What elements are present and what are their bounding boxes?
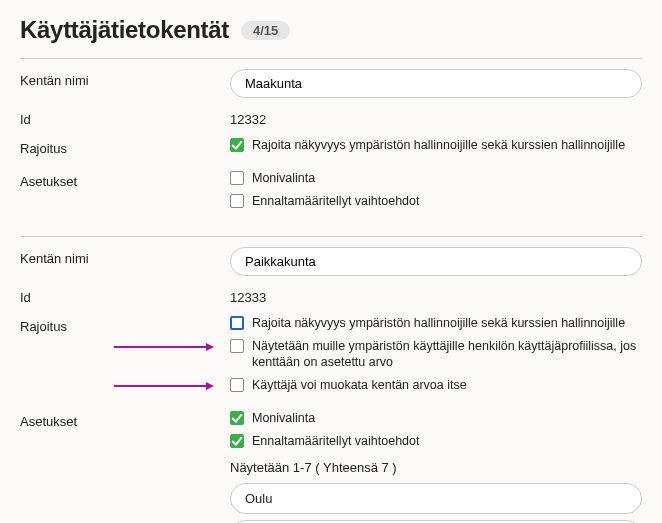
checkbox-multiselect[interactable] — [230, 411, 244, 425]
checkbox-user-can-edit[interactable] — [230, 378, 244, 392]
checkbox-predefined-label[interactable]: Ennaltamääritellyt vaihtoehdot — [252, 193, 419, 210]
checkbox-restrict-visibility[interactable] — [230, 138, 244, 152]
checkbox-restrict-visibility-label[interactable]: Rajoita näkyvyys ympäristön hallinnoijil… — [252, 315, 625, 332]
counter-badge: 4/15 — [241, 21, 290, 40]
field-name-input[interactable] — [230, 69, 642, 98]
annotation-arrow-icon — [114, 382, 214, 390]
checkbox-predefined[interactable] — [230, 194, 244, 208]
option-item[interactable]: Oulu — [230, 483, 642, 514]
label-restriction: Rajoitus — [20, 315, 230, 334]
label-settings: Asetukset — [20, 410, 230, 429]
label-field-name: Kentän nimi — [20, 247, 230, 266]
checkbox-restrict-visibility[interactable] — [230, 316, 244, 330]
checkbox-multiselect[interactable] — [230, 171, 244, 185]
label-id: Id — [20, 108, 230, 127]
checkbox-show-others[interactable] — [230, 339, 244, 353]
annotation-arrow-icon — [114, 343, 214, 351]
page-title: Käyttäjätietokentät — [20, 16, 229, 44]
field-block: Kentän nimi Id 12333 Rajoitus Rajoita nä… — [20, 236, 642, 523]
checkbox-restrict-visibility-label[interactable]: Rajoita näkyvyys ympäristön hallinnoijil… — [252, 137, 625, 154]
options-summary: Näytetään 1-7 ( Yhteensä 7 ) — [230, 460, 642, 475]
label-settings: Asetukset — [20, 170, 230, 189]
field-id-value: 12332 — [230, 108, 642, 127]
checkbox-user-can-edit-label[interactable]: Käyttäjä voi muokata kentän arvoa itse — [252, 377, 467, 394]
field-block: Kentän nimi Id 12332 Rajoitus Rajoita nä… — [20, 58, 642, 236]
svg-marker-1 — [206, 343, 214, 351]
checkbox-multiselect-label[interactable]: Monivalinta — [252, 410, 315, 427]
checkbox-show-others-label[interactable]: Näytetään muille ympäristön käyttäjille … — [252, 338, 642, 372]
svg-marker-3 — [206, 382, 214, 390]
label-field-name: Kentän nimi — [20, 69, 230, 88]
checkbox-predefined[interactable] — [230, 434, 244, 448]
checkbox-predefined-label[interactable]: Ennaltamääritellyt vaihtoehdot — [252, 433, 419, 450]
label-id: Id — [20, 286, 230, 305]
checkbox-multiselect-label[interactable]: Monivalinta — [252, 170, 315, 187]
label-restriction: Rajoitus — [20, 137, 230, 156]
field-id-value: 12333 — [230, 286, 642, 305]
field-name-input[interactable] — [230, 247, 642, 276]
